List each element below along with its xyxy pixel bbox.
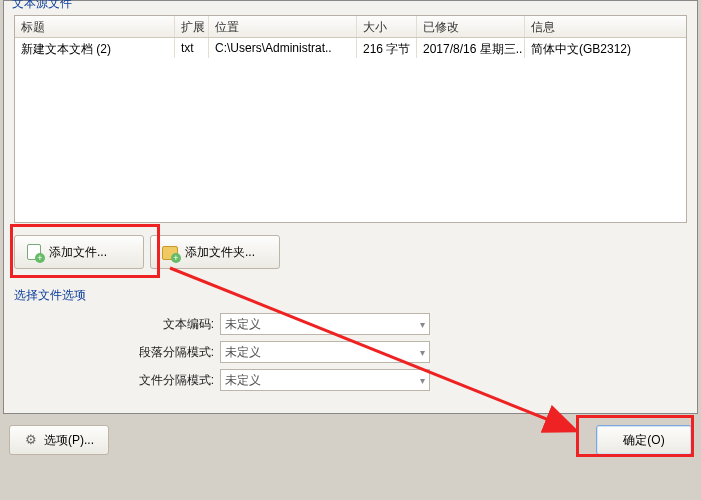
ok-button[interactable]: 确定(O) <box>596 425 692 455</box>
cell-location: C:\Users\Administrat.. <box>209 38 357 58</box>
paragraph-label: 段落分隔模式: <box>124 344 220 361</box>
add-file-label: 添加文件... <box>49 244 107 261</box>
table-row[interactable]: 新建文本文档 (2) txt C:\Users\Administrat.. 21… <box>15 38 686 58</box>
cell-title: 新建文本文档 (2) <box>15 38 175 58</box>
add-file-icon <box>25 243 43 261</box>
filesep-select[interactable]: 未定义 <box>220 369 430 391</box>
encoding-label: 文本编码: <box>124 316 220 333</box>
cell-modified: 2017/8/16 星期三.. <box>417 38 525 58</box>
options-section-title: 选择文件选项 <box>14 287 86 304</box>
table-header: 标题 扩展 位置 大小 已修改 信息 <box>15 16 686 38</box>
col-modified[interactable]: 已修改 <box>417 16 525 37</box>
col-ext[interactable]: 扩展 <box>175 16 209 37</box>
filesep-label: 文件分隔模式: <box>124 372 220 389</box>
add-file-button[interactable]: 添加文件... <box>14 235 144 269</box>
options-button[interactable]: 选项(P)... <box>9 425 109 455</box>
paragraph-select[interactable]: 未定义 <box>220 341 430 363</box>
encoding-value: 未定义 <box>225 316 261 333</box>
add-folder-label: 添加文件夹... <box>185 244 255 261</box>
gear-icon <box>24 433 38 447</box>
col-info[interactable]: 信息 <box>525 16 686 37</box>
add-folder-icon <box>161 243 179 261</box>
paragraph-value: 未定义 <box>225 344 261 361</box>
cell-size: 216 字节 <box>357 38 417 58</box>
col-size[interactable]: 大小 <box>357 16 417 37</box>
cell-info: 简体中文(GB2312) <box>525 38 686 58</box>
encoding-select[interactable]: 未定义 <box>220 313 430 335</box>
options-label: 选项(P)... <box>44 432 94 449</box>
filesep-value: 未定义 <box>225 372 261 389</box>
cell-ext: txt <box>175 38 209 58</box>
col-location[interactable]: 位置 <box>209 16 357 37</box>
col-title[interactable]: 标题 <box>15 16 175 37</box>
file-table: 标题 扩展 位置 大小 已修改 信息 新建文本文档 (2) txt C:\Use… <box>14 15 687 223</box>
add-folder-button[interactable]: 添加文件夹... <box>150 235 280 269</box>
